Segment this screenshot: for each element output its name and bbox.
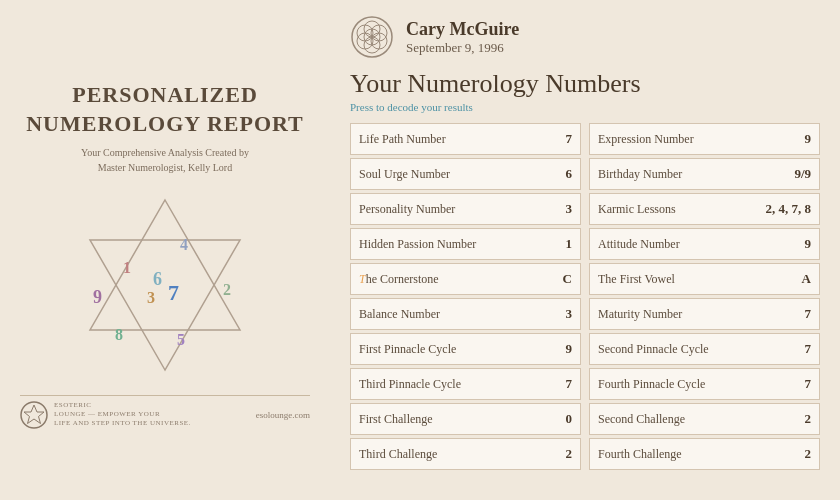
row-value: 7 (548, 131, 572, 147)
table-row[interactable]: Second Challenge2 (589, 403, 820, 435)
section-subtitle: Press to decode your results (350, 101, 820, 113)
row-value: 9/9 (787, 166, 811, 182)
table-row[interactable]: Personality Number3 (350, 193, 581, 225)
row-label: The Cornerstone (359, 272, 439, 287)
table-row[interactable]: Expression Number9 (589, 123, 820, 155)
profile-name: Cary McGuire (406, 19, 519, 40)
row-value: 7 (787, 306, 811, 322)
table-row[interactable]: Soul Urge Number6 (350, 158, 581, 190)
row-label: Third Pinnacle Cycle (359, 377, 461, 392)
row-label: Birthday Number (598, 167, 682, 182)
row-value: C (548, 271, 572, 287)
row-value: A (787, 271, 811, 287)
table-row[interactable]: The First VowelA (589, 263, 820, 295)
table-row[interactable]: Maturity Number7 (589, 298, 820, 330)
row-label: Hidden Passion Number (359, 237, 476, 252)
row-label: Fourth Pinnacle Cycle (598, 377, 705, 392)
table-row[interactable]: Karmic Lessons2, 4, 7, 8 (589, 193, 820, 225)
svg-text:9: 9 (93, 287, 102, 307)
row-value: 6 (548, 166, 572, 182)
profile-info: Cary McGuire September 9, 1996 (406, 19, 519, 56)
svg-text:7: 7 (168, 280, 179, 305)
row-label: Life Path Number (359, 132, 446, 147)
left-panel: Personalized Numerology Report Your Comp… (0, 0, 330, 500)
row-value: 7 (787, 341, 811, 357)
table-row[interactable]: Third Challenge2 (350, 438, 581, 470)
row-value: 9 (787, 131, 811, 147)
report-title: Personalized Numerology Report (26, 81, 304, 138)
row-value: 3 (548, 306, 572, 322)
row-label: First Challenge (359, 412, 433, 427)
table-row[interactable]: Fourth Challenge2 (589, 438, 820, 470)
svg-text:3: 3 (147, 289, 155, 306)
row-label: Personality Number (359, 202, 455, 217)
logo-icon (20, 401, 48, 429)
row-label: Second Pinnacle Cycle (598, 342, 709, 357)
svg-text:8: 8 (115, 326, 123, 343)
numbers-grid: Life Path Number7Soul Urge Number6Person… (350, 123, 820, 470)
svg-marker-0 (90, 200, 240, 330)
table-row[interactable]: Third Pinnacle Cycle7 (350, 368, 581, 400)
footer: ESOTERIC LOUNGE — EMPOWER YOUR LIFE AND … (20, 395, 310, 429)
table-row[interactable]: Attitude Number9 (589, 228, 820, 260)
table-row[interactable]: Second Pinnacle Cycle7 (589, 333, 820, 365)
row-label: Attitude Number (598, 237, 680, 252)
row-label: Second Challenge (598, 412, 685, 427)
left-column: Life Path Number7Soul Urge Number6Person… (350, 123, 581, 470)
row-value: 2 (787, 446, 811, 462)
svg-marker-12 (24, 405, 44, 424)
row-value: 0 (548, 411, 572, 427)
section-title: Your Numerology Numbers (350, 69, 820, 99)
table-row[interactable]: Balance Number3 (350, 298, 581, 330)
right-panel: Cary McGuire September 9, 1996 Your Nume… (330, 0, 840, 500)
row-value: 1 (548, 236, 572, 252)
row-value: 2 (548, 446, 572, 462)
row-value: 2 (787, 411, 811, 427)
row-value: 7 (548, 376, 572, 392)
svg-text:5: 5 (177, 331, 185, 348)
svg-text:2: 2 (223, 281, 231, 298)
row-label: Third Challenge (359, 447, 437, 462)
table-row[interactable]: Life Path Number7 (350, 123, 581, 155)
svg-text:6: 6 (153, 269, 162, 289)
row-label: Fourth Challenge (598, 447, 682, 462)
row-value: 7 (787, 376, 811, 392)
table-row[interactable]: Hidden Passion Number1 (350, 228, 581, 260)
row-value: 3 (548, 201, 572, 217)
row-label: Maturity Number (598, 307, 682, 322)
logo: ESOTERIC LOUNGE — EMPOWER YOUR LIFE AND … (20, 401, 191, 429)
row-value: 9 (548, 341, 572, 357)
row-label: The First Vowel (598, 272, 675, 287)
profile-date: September 9, 1996 (406, 40, 519, 56)
table-row[interactable]: First Pinnacle Cycle9 (350, 333, 581, 365)
row-label: Balance Number (359, 307, 440, 322)
svg-text:1: 1 (123, 259, 131, 276)
right-column: Expression Number9Birthday Number9/9Karm… (589, 123, 820, 470)
logo-text: ESOTERIC LOUNGE — EMPOWER YOUR LIFE AND … (54, 401, 191, 428)
svg-marker-1 (90, 240, 240, 370)
table-row[interactable]: Fourth Pinnacle Cycle7 (589, 368, 820, 400)
table-row[interactable]: First Challenge0 (350, 403, 581, 435)
profile-icon (350, 15, 394, 59)
row-value: 2, 4, 7, 8 (766, 201, 812, 217)
table-row[interactable]: Birthday Number9/9 (589, 158, 820, 190)
svg-text:4: 4 (180, 236, 188, 253)
row-value: 9 (787, 236, 811, 252)
row-label: First Pinnacle Cycle (359, 342, 456, 357)
row-label: Soul Urge Number (359, 167, 450, 182)
row-label: Karmic Lessons (598, 202, 676, 217)
profile-header: Cary McGuire September 9, 1996 (350, 15, 820, 59)
row-label: Expression Number (598, 132, 694, 147)
report-subtitle: Your Comprehensive Analysis Created by M… (81, 145, 249, 175)
table-row[interactable]: The CornerstoneC (350, 263, 581, 295)
star-graphic: 1 2 3 4 5 6 7 8 9 (65, 185, 265, 385)
footer-url: esolounge.com (256, 410, 310, 420)
